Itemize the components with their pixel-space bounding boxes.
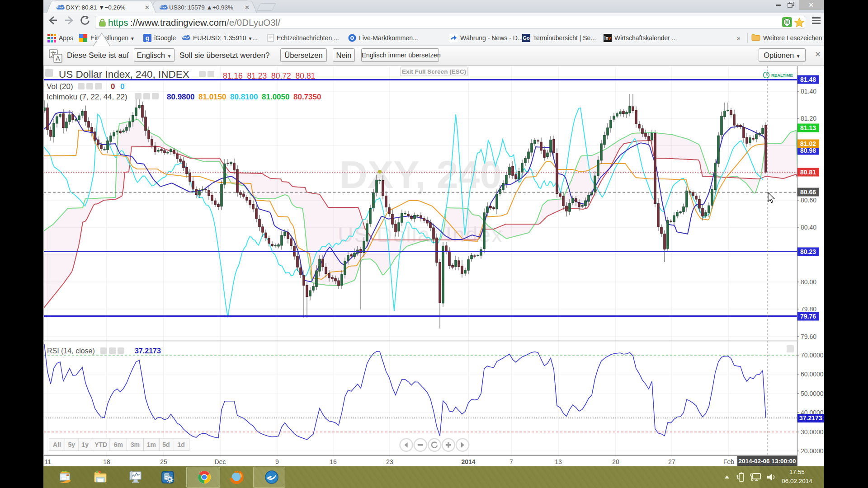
svg-text:6m: 6m [114, 441, 123, 448]
svg-text:81.48: 81.48 [800, 76, 816, 83]
svg-text:Inv: Inv [604, 36, 611, 41]
svg-text:7: 7 [509, 458, 513, 465]
svg-text:RSI (14, close): RSI (14, close) [47, 347, 95, 355]
svg-text:23: 23 [386, 458, 393, 465]
svg-text:50.0000: 50.0000 [801, 390, 824, 397]
svg-text:1m: 1m [147, 441, 156, 448]
svg-text:1d: 1d [177, 441, 184, 448]
svg-text:g: g [146, 34, 150, 42]
svg-text:80.23: 80.23 [800, 248, 816, 255]
svg-text:81.20: 81.20 [801, 115, 816, 122]
svg-text:0: 0 [120, 82, 124, 91]
svg-text:Vol (20): Vol (20) [47, 82, 73, 91]
svg-text:60.0000: 60.0000 [801, 371, 824, 378]
svg-text:M: M [785, 20, 789, 25]
svg-text:81.16 81.23 80.72 80.81: 81.16 81.23 80.72 80.81 [223, 71, 315, 80]
svg-text:79.60: 79.60 [801, 333, 816, 340]
svg-text:30.0000: 30.0000 [801, 428, 824, 436]
svg-text:79.76: 79.76 [800, 313, 816, 320]
svg-text:81.0150: 81.0150 [198, 93, 226, 101]
svg-text:25: 25 [160, 458, 167, 465]
svg-text:81.40: 81.40 [801, 88, 816, 95]
svg-text:9: 9 [275, 458, 279, 465]
svg-text:79.80: 79.80 [801, 305, 816, 313]
svg-text:80.7350: 80.7350 [293, 93, 321, 101]
svg-text:37.2173: 37.2173 [799, 414, 822, 422]
svg-text:Dec: Dec [215, 458, 226, 465]
svg-text:80.40: 80.40 [801, 224, 816, 231]
svg-text:80.60: 80.60 [801, 197, 816, 204]
svg-text:13: 13 [555, 458, 562, 465]
svg-text:16: 16 [330, 458, 337, 465]
svg-text:81.13: 81.13 [800, 124, 816, 131]
svg-text:81.02: 81.02 [800, 140, 816, 147]
svg-text:5y: 5y [68, 441, 75, 448]
svg-text:A: A [56, 55, 60, 62]
svg-text:DXY, 240: DXY, 240 [340, 153, 502, 196]
svg-text:1y: 1y [81, 441, 89, 448]
svg-text:80.9800: 80.9800 [167, 93, 194, 101]
svg-text:11: 11 [45, 458, 52, 465]
svg-text:37.2173: 37.2173 [135, 347, 161, 355]
svg-text:81.0050: 81.0050 [262, 93, 289, 101]
svg-text:YTD: YTD [94, 441, 107, 448]
svg-text:80.66: 80.66 [800, 188, 816, 196]
svg-text:0: 0 [111, 82, 115, 91]
svg-text:80.00: 80.00 [801, 278, 816, 286]
svg-text:80.8100: 80.8100 [230, 93, 258, 101]
svg-text:80.81: 80.81 [800, 169, 816, 176]
svg-text:Go: Go [523, 35, 530, 41]
svg-text:5d: 5d [162, 441, 170, 448]
svg-text:2014: 2014 [461, 458, 475, 465]
svg-text:20.0000: 20.0000 [801, 447, 824, 455]
svg-text:20: 20 [612, 458, 619, 465]
svg-text:All: All [53, 441, 61, 448]
svg-text:US Dollar Index, 240, INDEX: US Dollar Index, 240, INDEX [59, 69, 189, 80]
svg-text:Feb: Feb [723, 458, 734, 465]
svg-text:3m: 3m [131, 441, 140, 448]
svg-text:2014-02-06 13:00:00: 2014-02-06 13:00:00 [739, 458, 796, 465]
svg-text:Ichimoku (7, 22, 44, 22): Ichimoku (7, 22, 44, 22) [47, 93, 127, 101]
svg-text:70.0000: 70.0000 [801, 352, 824, 359]
svg-text:Exit Full Screen (ESC): Exit Full Screen (ESC) [402, 68, 466, 75]
svg-text:18: 18 [103, 458, 110, 465]
svg-text:REALTIME: REALTIME [771, 73, 793, 78]
svg-text:27: 27 [668, 458, 675, 465]
